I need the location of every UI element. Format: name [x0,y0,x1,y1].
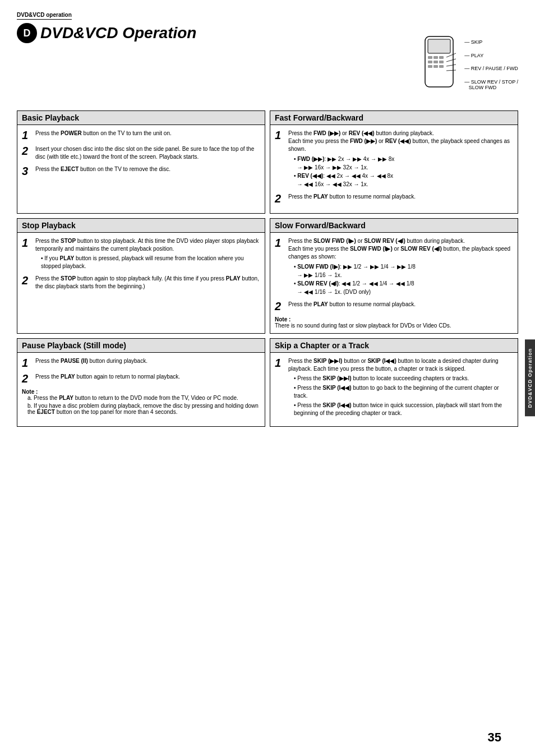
skip-chapter-header: Skip a Chapter or a Track [270,339,518,353]
label-skip: — SKIP [464,39,518,45]
basic-step-1: 1 Press the POWER button on the TV to tu… [22,130,260,141]
slow-forward-section: Slow Forward/Backward 1 Press the SLOW F… [270,218,518,334]
step-num: 1 [275,130,285,141]
label-slow: — SLOW REV / STOP / SLOW FWD [464,79,518,90]
svg-rect-3 [433,56,438,59]
pause-step-2: 2 Press the PLAY button again to return … [22,373,260,384]
slow-note: Note : There is no sound during fast or … [275,316,513,329]
content-grid: Basic Playback 1 Press the POWER button … [17,110,518,427]
page: DVD&VCD operation D DVD&VCD Operation [0,0,535,756]
svg-line-12 [446,59,456,62]
basic-playback-section: Basic Playback 1 Press the POWER button … [17,110,265,214]
step-text: Press the STOP button to stop playback. … [35,237,260,270]
step-text: Press the STOP button again to stop play… [35,275,260,291]
step-text: Press the SLOW FWD (I▶) or SLOW REV (◀I)… [288,237,513,296]
step-num: 1 [22,237,32,248]
basic-step-3: 3 Press the EJECT button on the TV to re… [22,165,260,177]
pause-note-list: a. Press the PLAY button to return to th… [27,395,260,415]
slow-step-1: 1 Press the SLOW FWD (I▶) or SLOW REV (◀… [275,237,513,296]
pause-note: Note : a. Press the PLAY button to retur… [22,389,260,415]
step-num: 2 [22,373,32,384]
step-num: 1 [275,357,285,368]
step-text: Press the SKIP (▶▶I) button or SKIP (I◀◀… [288,357,513,417]
ff-bullets: • FWD (▶▶): ▶▶ 2x → ▶▶ 4x → ▶▶ 8x → ▶▶ 1… [294,155,513,188]
stop-bullets: • If you PLAY button is pressed, playbac… [41,255,260,270]
step-text: Insert your chosen disc into the disc sl… [35,145,260,161]
skip-bullets: • Press the SKIP (▶▶I) button to locate … [294,375,513,417]
diagram-area: — SKIP — PLAY — REV / PAUSE / FWD — SLOW… [419,34,518,95]
ff-step-1: 1 Press the FWD (▶▶) or REV (◀◀) button … [275,130,513,188]
step-text: Press the PLAY button to resume normal p… [288,301,513,308]
svg-rect-9 [433,65,438,68]
section-label: DVD&VCD operation [17,12,72,20]
stop-step-2: 2 Press the STOP button again to stop pl… [22,275,260,291]
slow-step-2: 2 Press the PLAY button to resume normal… [275,301,513,312]
stop-playback-header: Stop Playback [17,219,265,233]
svg-line-13 [446,64,456,66]
pause-playback-content: 1 Press the PAUSE (II) button during pla… [17,353,265,420]
svg-rect-7 [439,61,444,63]
pause-playback-header: Pause Playback (Still mode) [17,339,265,353]
pause-step-1: 1 Press the PAUSE (II) button during pla… [22,357,260,368]
label-rev-fwd: — REV / PAUSE / FWD [464,66,518,71]
skip-chapter-section: Skip a Chapter or a Track 1 Press the SK… [270,338,518,427]
slow-bullets: • SLOW FWD (I▶): ▶▶ 1/2 → ▶▶ 1/4 → ▶▶ 1/… [294,262,513,296]
step-num: 2 [22,275,32,286]
skip-chapter-content: 1 Press the SKIP (▶▶I) button or SKIP (I… [270,353,518,426]
slow-forward-header: Slow Forward/Backward [270,219,518,233]
svg-rect-10 [439,65,444,68]
diagram-labels: — SKIP — PLAY — REV / PAUSE / FWD — SLOW… [464,34,518,95]
basic-playback-header: Basic Playback [17,111,265,125]
step-num: 3 [22,165,32,177]
basic-playback-content: 1 Press the POWER button on the TV to tu… [17,125,265,186]
step-num: 2 [275,193,285,204]
ff-step-2: 2 Press the PLAY button to resume normal… [275,193,513,204]
svg-rect-4 [439,56,444,59]
step-num: 1 [275,237,285,248]
step-text: Press the PLAY button to resume normal p… [288,193,513,201]
fast-forward-content: 1 Press the FWD (▶▶) or REV (◀◀) button … [270,125,518,213]
step-num: 1 [22,130,32,141]
svg-rect-8 [428,65,432,68]
fast-forward-section: Fast Forward/Backward 1 Press the FWD (▶… [270,110,518,214]
page-number: 35 [488,730,501,745]
pause-playback-section: Pause Playback (Still mode) 1 Press the … [17,338,265,427]
top-section-label: DVD&VCD operation [17,11,518,23]
svg-rect-5 [428,61,432,63]
svg-line-11 [446,53,456,57]
step-text: Press the EJECT button on the TV to remo… [35,165,260,173]
slow-forward-content: 1 Press the SLOW FWD (I▶) or SLOW REV (◀… [270,233,518,333]
svg-line-14 [446,70,456,71]
step-text: Press the PLAY button again to return to… [35,373,260,381]
basic-step-2: 2 Insert your chosen disc into the disc … [22,145,260,161]
stop-playback-section: Stop Playback 1 Press the STOP button to… [17,218,265,334]
skip-step-1: 1 Press the SKIP (▶▶I) button or SKIP (I… [275,357,513,417]
title-icon: D [17,23,37,43]
side-tab: DVD&VCD Operation [525,340,535,417]
svg-rect-1 [428,39,450,53]
step-num: 2 [22,145,32,156]
step-text: Press the PAUSE (II) button during playb… [35,357,260,365]
svg-rect-6 [433,61,438,63]
step-num: 2 [275,301,285,312]
page-title: DVD&VCD Operation [40,24,196,42]
svg-rect-2 [428,56,432,59]
step-num: 1 [22,357,32,368]
step-text: Press the POWER button on the TV to turn… [35,130,260,137]
stop-step-1: 1 Press the STOP button to stop playback… [22,237,260,270]
remote-diagram [419,34,459,95]
label-play: — PLAY [464,53,518,58]
step-text: Press the FWD (▶▶) or REV (◀◀) button du… [288,130,513,188]
fast-forward-header: Fast Forward/Backward [270,111,518,125]
stop-playback-content: 1 Press the STOP button to stop playback… [17,233,265,299]
